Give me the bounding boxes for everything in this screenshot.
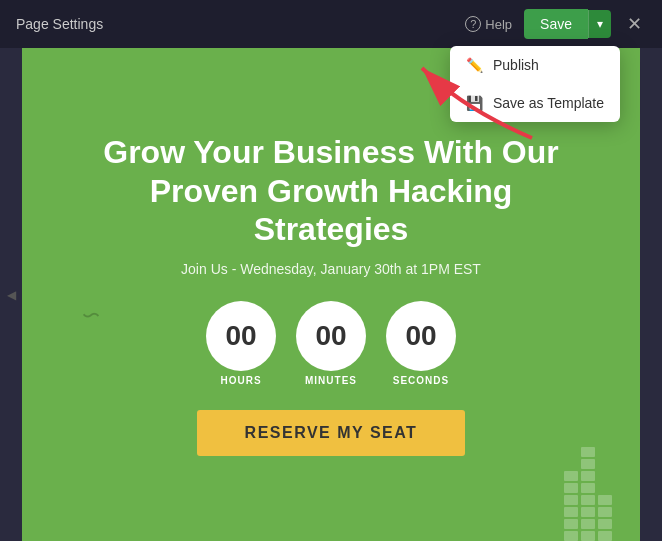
building-block [581,447,595,457]
help-label: Help [485,17,512,32]
save-label: Save [540,16,572,32]
building-block [598,519,612,529]
building-block [581,531,595,541]
help-icon: ? [465,16,481,32]
building-block [581,483,595,493]
building-block [564,483,578,493]
building-block [581,519,595,529]
save-template-menu-item[interactable]: 💾 Save as Template [450,84,620,122]
save-template-icon: 💾 [466,95,483,111]
building-col-2 [581,447,595,541]
topbar: Page Settings ? Help Save ▾ ✕ ✏️ Publish… [0,0,662,48]
publish-label: Publish [493,57,539,73]
hero-subtitle: Join Us - Wednesday, January 30th at 1PM… [181,261,481,277]
save-group: Save ▾ [524,9,611,39]
help-button[interactable]: ? Help [465,16,512,32]
building-block [598,507,612,517]
save-dropdown-menu: ✏️ Publish 💾 Save as Template [450,46,620,122]
building-col-1 [564,471,578,541]
sidebar-left: ◀ [0,48,22,541]
seconds-label: SECONDS [393,375,449,386]
building-block [581,495,595,505]
countdown-row: 00 HOURS 00 MINUTES 00 SECONDS [206,301,456,386]
hero-title: Grow Your Business With Our Proven Growt… [81,133,581,248]
building-block [598,531,612,541]
building-block [581,471,595,481]
minutes-value: 00 [296,301,366,371]
countdown-hours: 00 HOURS [206,301,276,386]
close-icon: ✕ [627,14,642,34]
building-block [598,495,612,505]
save-button[interactable]: Save [524,9,588,39]
sidebar-right [640,48,662,541]
hours-label: HOURS [220,375,261,386]
building-col-3 [598,495,612,541]
building-block [564,519,578,529]
building-block [581,507,595,517]
save-template-label: Save as Template [493,95,604,111]
building-decoration [560,421,640,541]
reserve-label: RESERVE MY SEAT [245,424,418,441]
publish-icon: ✏️ [466,57,483,73]
seconds-value: 00 [386,301,456,371]
topbar-right: ? Help Save ▾ ✕ [465,9,646,39]
building-block [564,531,578,541]
building-block [564,495,578,505]
page-settings-title: Page Settings [16,16,103,32]
hours-value: 00 [206,301,276,371]
countdown-seconds: 00 SECONDS [386,301,456,386]
sidebar-left-arrow[interactable]: ◀ [7,288,16,302]
reserve-button[interactable]: RESERVE MY SEAT [197,410,466,456]
publish-menu-item[interactable]: ✏️ Publish [450,46,620,84]
minutes-label: MINUTES [305,375,357,386]
building-block [581,459,595,469]
building-block [564,471,578,481]
building-block [564,507,578,517]
bird-decoration: 〜 [82,304,100,328]
close-button[interactable]: ✕ [623,11,646,37]
save-dropdown-toggle[interactable]: ▾ [588,10,611,38]
countdown-minutes: 00 MINUTES [296,301,366,386]
